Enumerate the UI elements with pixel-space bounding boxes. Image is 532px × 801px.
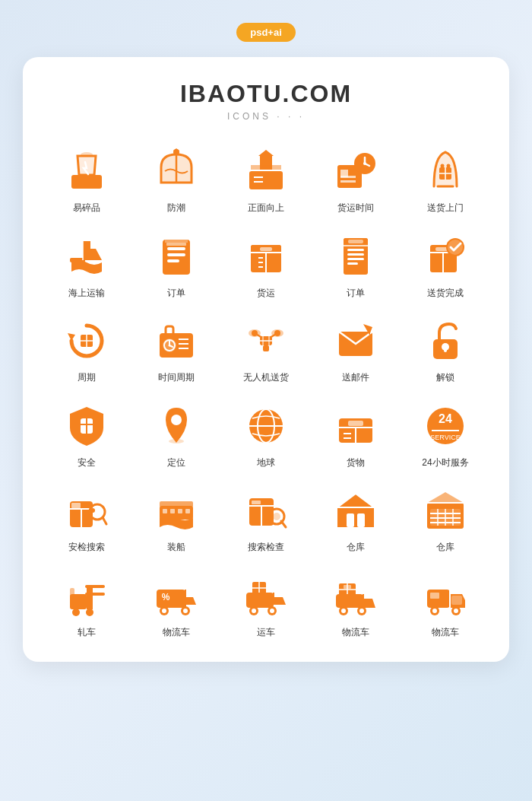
icon-item-order2: 订单 (315, 230, 397, 300)
security-label: 安全 (78, 457, 96, 469)
icon-item-warehouse1: 仓库 (315, 484, 397, 554)
svg-rect-41 (347, 262, 358, 265)
forklift-label: 轧车 (78, 627, 96, 639)
svg-rect-0 (71, 175, 102, 189)
icon-item-time-cycle: 时间周期 (135, 314, 217, 384)
svg-rect-24 (167, 253, 185, 256)
svg-rect-4 (249, 171, 283, 189)
door-delivery-label: 送货上门 (427, 202, 464, 215)
drone-label: 无人机送货 (243, 372, 289, 384)
svg-point-80 (171, 415, 182, 425)
icon-item-logistics-car3: 物流车 (404, 569, 486, 639)
cargo-label: 货物 (347, 457, 365, 469)
icon-item-up: 正面向上 (225, 145, 307, 215)
security-icon (60, 399, 113, 453)
svg-rect-160 (451, 596, 462, 605)
icon-item-logistics-car1: % 物流车 (135, 569, 217, 639)
svg-rect-40 (347, 258, 364, 260)
svg-rect-166 (430, 593, 439, 599)
icon-item-24h: 24 SERVICE 24小时服务 (404, 399, 486, 469)
freight-time-icon (329, 145, 382, 198)
door-delivery-icon (419, 145, 472, 198)
icon-item-cargo: 货物 (315, 399, 397, 469)
sea-transport-icon (60, 230, 113, 283)
drone-delivery-icon (239, 314, 293, 367)
logistics-car-icon: % (150, 569, 203, 622)
moisture-proof-icon (150, 145, 203, 198)
warehouse-icon (329, 484, 382, 537)
svg-point-152 (341, 609, 346, 613)
svg-rect-106 (185, 509, 190, 513)
unlock-label: 解锁 (436, 372, 454, 384)
svg-line-100 (103, 517, 106, 524)
svg-rect-25 (167, 259, 179, 262)
order2-label: 订单 (347, 288, 365, 300)
svg-rect-107 (160, 501, 193, 507)
svg-rect-70 (263, 345, 269, 351)
svg-rect-105 (178, 509, 182, 513)
svg-rect-104 (170, 509, 175, 513)
svg-point-144 (270, 609, 274, 613)
svg-rect-38 (347, 249, 364, 251)
warehouse2-label: 仓库 (436, 542, 454, 554)
icon-item-logistics-car2: 物流车 (315, 569, 397, 639)
time-cycle-label: 时间周期 (158, 372, 195, 384)
icon-item-search-check: 搜索检查 (225, 484, 307, 554)
icons-grid: 易碎品 防潮 (46, 145, 486, 639)
svg-rect-9 (340, 176, 356, 178)
icon-item-forklift: 轧车 (46, 569, 128, 639)
svg-point-18 (441, 164, 445, 168)
loading-ship-icon (150, 484, 203, 537)
svg-rect-115 (347, 513, 354, 527)
logistics-car2-icon (329, 569, 382, 622)
svg-rect-140 (246, 593, 274, 608)
24h-service-icon: 24 SERVICE (419, 399, 472, 453)
svg-point-163 (432, 609, 437, 613)
search-check-label: 搜索检查 (248, 542, 284, 554)
svg-rect-10 (340, 180, 356, 183)
order-icon (150, 230, 203, 283)
svg-text:SERVICE: SERVICE (430, 434, 460, 441)
cycle-label: 周期 (78, 372, 96, 384)
freight-time-label: 货运时间 (337, 202, 374, 215)
icon-item-cycle: 周期 (46, 314, 128, 384)
logistics-car3-icon (419, 569, 472, 622)
location-icon (150, 399, 203, 453)
freight-icon (239, 230, 293, 283)
icon-item-freight-time: 货运时间 (315, 145, 397, 215)
globe-label: 地球 (257, 457, 275, 469)
svg-rect-42 (348, 240, 363, 243)
globe-icon (239, 399, 293, 453)
icon-item-fragile: 易碎品 (46, 145, 128, 215)
icon-item-freight: 货运 (225, 230, 307, 300)
svg-rect-132 (70, 588, 74, 603)
svg-rect-31 (260, 247, 272, 251)
svg-rect-23 (167, 247, 185, 250)
card-title: IBAOTU.COM (46, 80, 486, 108)
icon-item-transport-car: 运车 (225, 569, 307, 639)
freight-label: 货运 (257, 288, 275, 300)
svg-point-136 (162, 609, 166, 613)
moisture-label: 防潮 (167, 202, 185, 215)
svg-point-143 (252, 609, 256, 613)
svg-point-130 (72, 609, 80, 616)
mail-icon (329, 314, 382, 367)
icon-item-door-delivery: 送货上门 (404, 145, 486, 215)
icon-item-security: 安全 (46, 399, 128, 469)
icon-item-order1: 订单 (135, 230, 217, 300)
svg-rect-116 (357, 513, 365, 527)
security-check-icon (60, 484, 113, 537)
icon-item-globe: 地球 (225, 399, 307, 469)
order1-label: 订单 (167, 288, 185, 300)
cycle-icon (60, 314, 113, 367)
fragile-icon (60, 145, 113, 198)
icon-item-sea: 海上运输 (46, 230, 128, 300)
icon-item-loading-ship: 装船 (135, 484, 217, 554)
icon-item-security-check: 安检搜索 (46, 484, 128, 554)
sea-label: 海上运输 (68, 288, 105, 300)
location-label: 定位 (167, 457, 185, 469)
main-card: IBAOTU.COM ICONS · · · 易碎品 (23, 57, 509, 662)
svg-rect-26 (166, 243, 186, 246)
svg-point-81 (169, 439, 184, 443)
fragile-label: 易碎品 (73, 202, 100, 215)
